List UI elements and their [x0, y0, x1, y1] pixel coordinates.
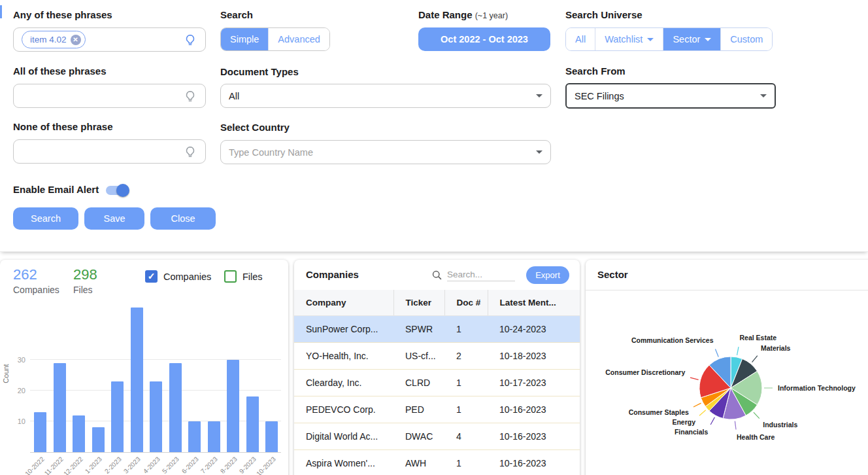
export-button[interactable]: Export — [526, 266, 569, 284]
table-row[interactable]: Aspira Women'... AWH 1 10-16-2023 — [294, 450, 580, 475]
table-row[interactable]: Digital World Ac... DWAC 4 10-16-2023 — [294, 423, 580, 450]
companies-checkbox[interactable]: ✓ — [145, 270, 158, 283]
select-country-label: Select Country — [220, 122, 290, 133]
date-range-note: (~1 year) — [475, 11, 508, 20]
companies-count: 262 — [13, 266, 37, 283]
pie-label-consumer-discretionary: Consumer Discretionary — [605, 368, 685, 376]
table-row[interactable]: Clearday, Inc. CLRD 1 10-17-2023 — [294, 370, 580, 396]
search-icon — [431, 270, 442, 281]
pie-leader-line — [693, 403, 701, 407]
pie-label-energy: Energy — [672, 418, 695, 426]
search-from-label: Search From — [565, 65, 626, 77]
column-header-ticker[interactable]: Ticker — [393, 290, 444, 316]
companies-card-title: Companies — [306, 269, 359, 280]
chevron-down-icon — [647, 38, 654, 41]
chip-remove-icon[interactable]: ✕ — [71, 35, 81, 45]
column-header-latest[interactable]: Latest Ment... — [488, 290, 580, 316]
pie-label-health-care: Health Care — [737, 433, 775, 441]
save-button[interactable]: Save — [84, 207, 144, 230]
search-mode-label: Search — [220, 9, 253, 20]
any-phrases-input[interactable]: item 4.02 ✕ — [13, 27, 206, 52]
chevron-down-icon — [760, 94, 767, 97]
none-phrases-label: None of these phrase — [13, 121, 113, 132]
bar-5-2023 — [169, 363, 182, 452]
bar-10-2022 — [34, 412, 46, 452]
universe-all-button[interactable]: All — [566, 28, 595, 50]
pie-leader-line — [752, 356, 758, 362]
universe-watchlist-button[interactable]: Watchlist — [595, 28, 663, 50]
universe-sector-button[interactable]: Sector — [663, 28, 720, 50]
table-row[interactable]: SunPower Corp... SPWR 1 10-24-2023 — [294, 316, 580, 343]
suggest-bulb-icon[interactable] — [183, 89, 197, 103]
country-placeholder: Type Country Name — [229, 147, 313, 158]
document-types-label: Document Types — [220, 66, 299, 77]
search-from-value: SEC Filings — [575, 91, 624, 101]
advanced-mode-button[interactable]: Advanced — [268, 28, 329, 50]
document-types-select[interactable]: All — [220, 84, 551, 108]
companies-table: Company Ticker Doc # Latest Ment... SunP… — [294, 290, 580, 475]
pie-leader-line — [699, 410, 706, 416]
bar-12-2022 — [73, 415, 85, 452]
search-universe-toggle: All Watchlist Sector Custom — [565, 27, 773, 51]
files-checkbox-label: Files — [242, 272, 263, 282]
pie-label-industrials: Industrials — [763, 421, 797, 429]
pie-leader-line — [754, 412, 760, 418]
pie-leader-line — [735, 421, 736, 430]
close-button[interactable]: Close — [150, 207, 216, 230]
column-header-company[interactable]: Company — [294, 290, 393, 316]
bar-6-2023 — [188, 421, 201, 452]
bar-1-2023 — [92, 427, 105, 452]
sector-card-title: Sector — [597, 269, 628, 280]
country-select[interactable]: Type Country Name — [220, 140, 551, 164]
search-universe-label: Search Universe — [565, 9, 643, 20]
search-from-select[interactable]: SEC Filings — [565, 83, 776, 109]
table-row[interactable]: PEDEVCO Corp. PED 1 10-16-2023 — [294, 396, 580, 423]
companies-search-input[interactable] — [447, 268, 515, 281]
chevron-down-icon — [536, 150, 542, 154]
email-alert-label: Enable Email Alert — [13, 184, 99, 195]
bar-7-2023 — [208, 421, 220, 452]
companies-count-label: Companies — [13, 285, 59, 295]
files-checkbox[interactable] — [224, 270, 237, 283]
pie-label-real-estate: Real Estate — [739, 334, 776, 342]
search-button[interactable]: Search — [13, 207, 78, 230]
x-axis-label: 10-2022 — [14, 455, 45, 475]
bar-chart-y-axis-label: Count — [2, 364, 10, 383]
suggest-bulb-icon[interactable] — [183, 145, 197, 159]
date-range-button[interactable]: Oct 2022 - Oct 2023 — [418, 27, 550, 51]
chevron-down-icon — [536, 94, 542, 97]
simple-mode-button[interactable]: Simple — [221, 28, 268, 50]
pie-leader-line — [690, 378, 699, 379]
sector-card-header: Sector — [586, 260, 868, 290]
bar-2-2023 — [111, 381, 124, 452]
none-phrases-input[interactable] — [13, 139, 206, 164]
companies-card-header: Companies Export — [294, 260, 580, 290]
table-header-row: Company Ticker Doc # Latest Ment... — [294, 290, 580, 316]
all-phrases-input[interactable] — [13, 84, 206, 108]
pie-leader-line — [710, 417, 714, 425]
results-summary-card: 262 Companies 298 Files ✓ Companies File… — [0, 260, 288, 475]
column-header-docs[interactable]: Doc # — [444, 290, 488, 316]
search-form-panel: Any of these phrases item 4.02 ✕ All of … — [0, 0, 868, 252]
bar-11-2022 — [54, 363, 66, 452]
files-count-label: Files — [73, 285, 93, 295]
search-term-chip[interactable]: item 4.02 ✕ — [22, 31, 86, 48]
pie-label-communication-services: Communication Services — [631, 336, 714, 344]
email-alert-toggle[interactable] — [105, 184, 129, 197]
suggest-bulb-icon[interactable] — [183, 33, 197, 47]
chip-label: item 4.02 — [30, 35, 67, 44]
pie-leader-line — [715, 349, 718, 357]
companies-checkbox-label: Companies — [163, 272, 211, 282]
left-edge-accent — [0, 5, 2, 18]
sector-card: Sector Real EstateMaterialsInformation T… — [586, 260, 868, 475]
table-row[interactable]: YO-Health, Inc. US-cf... 2 10-18-2023 — [294, 343, 580, 370]
pie-label-financials: Financials — [675, 428, 709, 436]
bar-8-2023 — [227, 360, 239, 452]
universe-custom-button[interactable]: Custom — [720, 28, 772, 50]
files-count: 298 — [73, 266, 97, 283]
pie-leader-line — [737, 347, 739, 355]
bar-9-2023 — [246, 396, 259, 452]
companies-card: Companies Export Company Ticker Doc # La… — [294, 260, 580, 475]
bar-4-2023 — [150, 381, 162, 452]
bar-3-2023 — [131, 308, 143, 452]
